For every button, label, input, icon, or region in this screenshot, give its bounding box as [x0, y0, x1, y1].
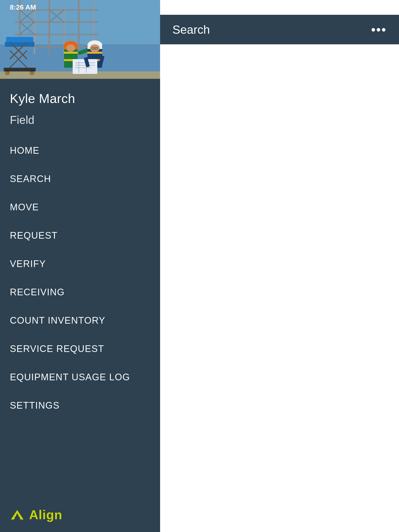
- sidebar-item-home[interactable]: HOME: [0, 136, 160, 165]
- sidebar-user-section: Kyle March: [0, 79, 160, 111]
- sidebar: Kyle March Field HOMESEARCHMOVEREQUESTVE…: [0, 0, 160, 532]
- status-bar-right: 59%: [343, 3, 389, 12]
- sidebar-item-settings[interactable]: SETTINGS: [0, 391, 160, 420]
- sidebar-user-name: Kyle March: [10, 91, 75, 106]
- sidebar-item-search[interactable]: SEARCH: [0, 165, 160, 193]
- svg-point-34: [66, 44, 75, 52]
- sidebar-item-move[interactable]: MOVE: [0, 193, 160, 221]
- more-options-button[interactable]: •••: [371, 22, 387, 37]
- right-header-title: Search: [172, 23, 210, 36]
- sidebar-role-text: Field: [10, 114, 34, 126]
- svg-point-0: [348, 9, 349, 10]
- svg-rect-30: [64, 52, 78, 54]
- battery-icon: [377, 4, 389, 11]
- battery-percent: 59%: [358, 3, 372, 11]
- sidebar-item-equipment-usage-log[interactable]: EQUIPMENT USAGE LOG: [0, 363, 160, 391]
- right-panel: Search •••: [160, 0, 399, 532]
- sidebar-item-service-request[interactable]: SERVICE REQUEST: [0, 335, 160, 363]
- sidebar-item-receiving[interactable]: RECEIVING: [0, 278, 160, 306]
- sidebar-item-verify[interactable]: VERIFY: [0, 250, 160, 278]
- sidebar-item-request[interactable]: REQUEST: [0, 221, 160, 250]
- svg-rect-19: [5, 42, 34, 47]
- sidebar-nav: HOMESEARCHMOVEREQUESTVERIFYRECEIVINGCOUN…: [0, 132, 160, 498]
- wifi-icon: [343, 3, 353, 12]
- align-logo: Align: [10, 507, 62, 522]
- status-bar: 8:26 AM Wed Jan 17 59%: [0, 0, 399, 15]
- status-date: Wed Jan 17: [172, 3, 210, 11]
- main-layout: Kyle March Field HOMESEARCHMOVEREQUESTVE…: [0, 0, 399, 532]
- sidebar-footer: Align: [0, 498, 160, 532]
- sidebar-role-section: Field: [0, 111, 160, 132]
- right-header: Search •••: [160, 15, 399, 44]
- align-logo-text: Align: [29, 507, 62, 522]
- align-logo-icon: [10, 509, 25, 521]
- sidebar-item-count-inventory[interactable]: COUNT INVENTORY: [0, 306, 160, 335]
- status-time-date: 8:26 AM: [10, 3, 36, 11]
- right-content: [160, 44, 399, 532]
